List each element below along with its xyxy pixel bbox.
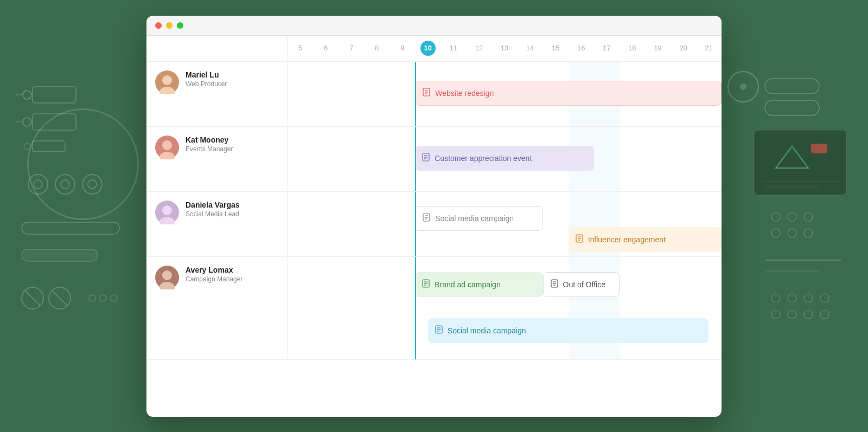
- person-name-2: Daniela Vargas: [186, 201, 240, 209]
- timeline-area-0: Website redesign: [288, 62, 722, 126]
- task-bar-2-1[interactable]: Influencer engagement: [569, 227, 722, 252]
- person-text-2: Daniela VargasSocial Media Lead: [186, 201, 240, 218]
- svg-rect-0: [33, 87, 76, 103]
- maximize-button[interactable]: [177, 22, 183, 29]
- main-window: 56789101112131415161718192021 Mariel LuW…: [146, 16, 722, 417]
- date-cell-19: 19: [645, 35, 671, 61]
- svg-point-66: [162, 205, 172, 215]
- date-cell-13: 13: [492, 35, 518, 61]
- minimize-button[interactable]: [166, 22, 173, 29]
- person-info-3: Avery LomaxCampaign Manager: [146, 257, 288, 359]
- avatar-1: [155, 136, 179, 159]
- svg-point-45: [788, 310, 796, 319]
- svg-point-8: [28, 175, 48, 194]
- date-cell-14: 14: [518, 35, 543, 61]
- svg-rect-15: [22, 249, 98, 261]
- date-cell-12: 12: [466, 35, 492, 61]
- svg-point-12: [82, 175, 102, 194]
- date-cell-21: 21: [696, 35, 722, 61]
- svg-point-50: [162, 75, 172, 85]
- titlebar: [146, 16, 722, 36]
- person-role-2: Social Media Lead: [186, 210, 240, 218]
- date-cell-7: 7: [339, 35, 364, 61]
- svg-point-13: [88, 180, 97, 189]
- date-cell-20: 20: [671, 35, 696, 61]
- svg-point-24: [740, 83, 746, 90]
- person-text-0: Mariel LuWeb Producer: [186, 70, 227, 88]
- svg-point-34: [804, 212, 813, 221]
- date-cell-5: 5: [288, 35, 313, 61]
- svg-point-42: [804, 294, 813, 302]
- svg-rect-2: [33, 141, 65, 152]
- left-decoration: [16, 65, 136, 347]
- svg-point-35: [771, 229, 780, 237]
- today-line-2: [415, 192, 416, 256]
- task-bar-3-0[interactable]: Brand ad campaign: [415, 272, 542, 297]
- today-line-0: [415, 62, 416, 126]
- person-name-1: Kat Mooney: [186, 136, 233, 144]
- task-bar-2-0[interactable]: Social media campaign: [415, 206, 542, 231]
- svg-point-21: [100, 295, 106, 301]
- task-icon-0-0: [422, 88, 431, 99]
- names-column-header: [146, 36, 288, 61]
- person-text-1: Kat MooneyEvents Manager: [186, 136, 233, 153]
- rows-container: Mariel LuWeb Producer Website redesign K…: [146, 62, 722, 415]
- svg-point-10: [55, 175, 75, 194]
- person-row-3: Avery LomaxCampaign Manager Brand ad cam…: [146, 257, 722, 360]
- task-label-1-0: Customer appreciation event: [435, 154, 532, 163]
- task-icon-1-0: [422, 153, 430, 164]
- task-label-2-0: Social media campaign: [435, 214, 514, 223]
- task-label-3-1: Out of Office: [563, 280, 605, 289]
- today-line-1: [415, 127, 416, 191]
- today-line-3: [415, 257, 416, 359]
- svg-point-36: [788, 229, 796, 237]
- person-name-3: Avery Lomax: [186, 266, 242, 274]
- person-row-0: Mariel LuWeb Producer Website redesign: [146, 62, 722, 127]
- svg-point-33: [788, 212, 796, 221]
- task-label-3-2: Social media campaign: [448, 326, 526, 335]
- close-button[interactable]: [155, 22, 162, 29]
- person-row-1: Kat MooneyEvents Manager Customer apprec…: [146, 127, 722, 192]
- timeline-area-1: Customer appreciation event: [288, 127, 722, 191]
- task-label-2-1: Influencer engagement: [588, 235, 666, 244]
- task-bar-0-0[interactable]: Website redesign: [415, 81, 722, 106]
- svg-point-58: [162, 140, 172, 150]
- person-role-1: Events Manager: [186, 145, 233, 153]
- svg-point-78: [162, 270, 172, 280]
- svg-point-43: [820, 294, 829, 302]
- svg-point-4: [23, 118, 31, 126]
- person-text-3: Avery LomaxCampaign Manager: [186, 266, 242, 283]
- timeline-area-3: Brand ad campaign Out of Office Social m…: [288, 257, 722, 359]
- task-bar-1-0[interactable]: Customer appreciation event: [415, 146, 593, 171]
- date-cell-18: 18: [620, 35, 645, 61]
- person-role-3: Campaign Manager: [186, 275, 242, 283]
- person-role-0: Web Producer: [186, 80, 227, 88]
- svg-point-22: [111, 295, 117, 301]
- date-cell-8: 8: [364, 35, 390, 61]
- svg-rect-14: [22, 222, 119, 234]
- svg-point-46: [804, 310, 813, 319]
- svg-line-17: [25, 291, 40, 306]
- person-row-2: Daniela VargasSocial Media Lead Social m…: [146, 192, 722, 257]
- person-info-0: Mariel LuWeb Producer: [146, 62, 288, 126]
- date-cell-6: 6: [313, 35, 339, 61]
- timeline-content: 56789101112131415161718192021 Mariel LuW…: [146, 36, 722, 415]
- svg-point-41: [788, 294, 796, 302]
- task-label-3-0: Brand ad campaign: [435, 280, 500, 289]
- svg-point-11: [61, 180, 69, 189]
- svg-point-44: [771, 310, 780, 319]
- svg-rect-26: [765, 100, 819, 115]
- person-info-1: Kat MooneyEvents Manager: [146, 127, 288, 191]
- task-bar-3-1[interactable]: Out of Office: [543, 272, 620, 297]
- task-bar-3-2[interactable]: Social media campaign: [428, 318, 709, 343]
- date-cell-15: 15: [543, 35, 569, 61]
- dates-row: 56789101112131415161718192021: [288, 36, 722, 61]
- svg-rect-29: [811, 144, 827, 153]
- task-icon-3-0: [422, 279, 430, 290]
- date-cell-11: 11: [441, 35, 466, 61]
- svg-point-40: [771, 294, 780, 302]
- svg-rect-1: [33, 114, 76, 130]
- person-name-0: Mariel Lu: [186, 70, 227, 79]
- svg-point-3: [23, 91, 31, 99]
- svg-point-9: [34, 180, 42, 189]
